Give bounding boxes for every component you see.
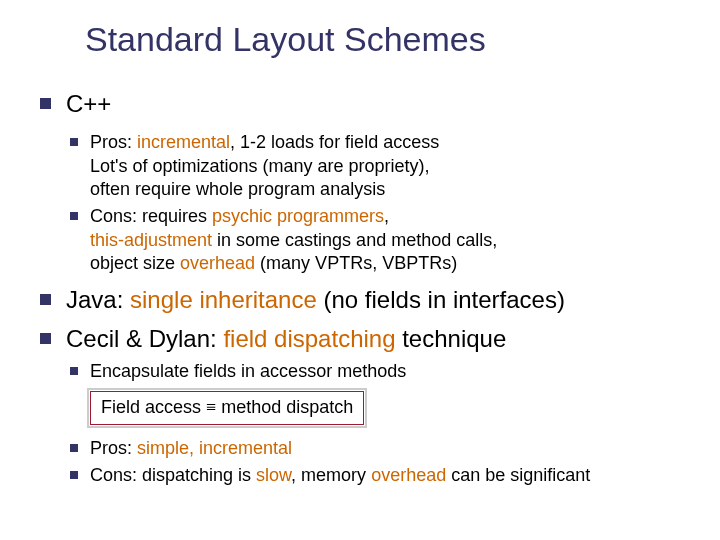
slide-title: Standard Layout Schemes (85, 20, 486, 59)
text: Pros: (90, 438, 137, 458)
cpp-sublist: Pros: incremental, 1-2 loads for field a… (66, 131, 690, 275)
text: (many VPTRs, VBPTRs) (255, 253, 457, 273)
text: Java: (66, 286, 130, 313)
cpp-cons: Cons: requires psychic programmers, this… (66, 205, 690, 275)
equivalence-box: Field access ≡ method dispatch (90, 391, 364, 424)
text: Cons: dispatching is (90, 465, 256, 485)
highlight: psychic programmers (212, 206, 384, 226)
highlight: field dispatching (223, 325, 395, 352)
text: can be significant (446, 465, 590, 485)
text: method dispatch (216, 397, 353, 417)
cecil-pros: Pros: simple, incremental (66, 437, 690, 460)
text: Encapsulate fields in accessor methods (90, 361, 406, 381)
equiv-symbol: ≡ (206, 397, 216, 417)
cecil-encapsulate: Encapsulate fields in accessor methods (66, 360, 690, 383)
bullet-list: C++ Pros: incremental, 1-2 loads for fie… (40, 88, 690, 487)
highlight: this-adjustment (90, 230, 212, 250)
text: Cecil & Dylan: (66, 325, 223, 352)
slide: Standard Layout Schemes C++ Pros: increm… (0, 0, 720, 540)
cecil-sublist: Encapsulate fields in accessor methods (66, 360, 690, 383)
highlight: simple, incremental (137, 438, 292, 458)
text: technique (396, 325, 507, 352)
highlight: incremental (137, 132, 230, 152)
highlight: overhead (371, 465, 446, 485)
text: Pros: (90, 132, 137, 152)
text: (no fields in interfaces) (317, 286, 565, 313)
text: Cons: requires (90, 206, 212, 226)
bullet-label: C++ (66, 90, 111, 117)
cpp-pros: Pros: incremental, 1-2 loads for field a… (66, 131, 690, 201)
bullet-java: Java: single inheritance (no fields in i… (40, 284, 690, 315)
text: , memory (291, 465, 371, 485)
bullet-cpp: C++ Pros: incremental, 1-2 loads for fie… (40, 88, 690, 276)
text: , (384, 206, 389, 226)
slide-body: C++ Pros: incremental, 1-2 loads for fie… (40, 80, 690, 487)
bullet-cecil-dylan: Cecil & Dylan: field dispatching techniq… (40, 323, 690, 488)
text: Field access (101, 397, 206, 417)
cecil-cons: Cons: dispatching is slow, memory overhe… (66, 464, 690, 487)
highlight: single inheritance (130, 286, 317, 313)
highlight: overhead (180, 253, 255, 273)
highlight: slow (256, 465, 291, 485)
cecil-sublist-2: Pros: simple, incremental Cons: dispatch… (66, 437, 690, 488)
